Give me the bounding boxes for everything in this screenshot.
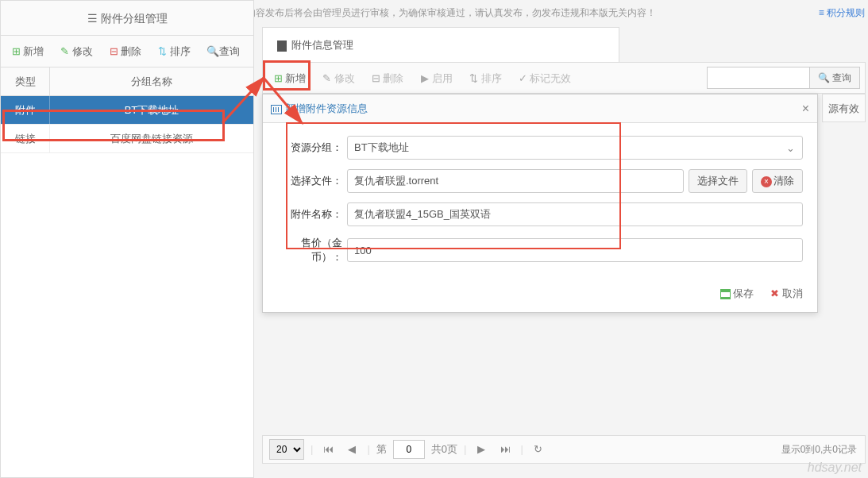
cell-name: 百度网盘链接资源 <box>50 125 253 152</box>
label-group: 资源分组： <box>277 141 347 155</box>
left-edit-button[interactable]: ✎修改 <box>55 36 98 67</box>
save-icon <box>720 289 731 299</box>
group-select[interactable]: ⌄ <box>347 136 803 160</box>
col-type: 类型 <box>1 67 50 95</box>
choose-file-button[interactable]: 选择文件 <box>689 169 747 193</box>
file-input[interactable] <box>347 169 684 193</box>
list-icon: ☰ <box>87 12 98 25</box>
name-input[interactable] <box>347 202 803 226</box>
right-panel-title: 附件信息管理 <box>291 39 353 51</box>
sort-icon: ⇅ <box>157 36 168 67</box>
price-input[interactable] <box>347 238 803 262</box>
col-name: 分组名称 <box>50 67 253 95</box>
left-add-button[interactable]: ⊞新增 <box>6 36 48 67</box>
minus-icon: ⊟ <box>370 63 381 94</box>
label-price: 售价（金币）： <box>277 236 347 264</box>
modal-body: 资源分组： ⌄ 选择文件： 选择文件 ×清除 附件名称： 售价（金币）： <box>263 123 817 280</box>
right-add-button[interactable]: ⊞新增 <box>268 63 311 94</box>
table-row[interactable]: 附件 BT下载地址 <box>1 96 253 125</box>
points-rules-link[interactable]: ≡ 积分规则 <box>819 6 865 20</box>
cancel-button[interactable]: ✖ 取消 <box>770 287 803 301</box>
right-delete-button[interactable]: ⊟删除 <box>365 63 408 94</box>
search-box: 🔍 查询 <box>707 67 860 89</box>
left-delete-button[interactable]: ⊟删除 <box>103 36 146 67</box>
record-count: 显示0到0,共0记录 <box>781 435 857 464</box>
first-page-button[interactable]: ⏮ <box>319 441 337 458</box>
document-icon <box>277 40 287 52</box>
left-panel-header: ☰附件分组管理 <box>1 1 253 36</box>
last-page-button[interactable]: ⏭ <box>496 441 514 458</box>
save-button[interactable]: 保存 <box>720 287 754 301</box>
cell-name: BT下载地址 <box>50 96 253 124</box>
right-sort-button[interactable]: ⇅排序 <box>464 63 507 94</box>
right-edit-button[interactable]: ✎修改 <box>317 63 360 94</box>
modal-title: 新增附件资源信息 <box>285 102 368 114</box>
clear-button[interactable]: ×清除 <box>752 169 803 193</box>
group-select-value[interactable] <box>347 136 803 160</box>
search-input[interactable] <box>707 67 810 89</box>
form-row-name: 附件名称： <box>277 202 803 226</box>
check-icon: ✓ <box>517 63 528 94</box>
refresh-button[interactable]: ↻ <box>530 441 547 458</box>
left-query-button[interactable]: 🔍查询 <box>202 36 245 67</box>
film-icon <box>271 105 282 114</box>
page-total: 共0页 <box>431 435 457 464</box>
form-row-group: 资源分组： ⌄ <box>277 136 803 160</box>
label-name: 附件名称： <box>277 207 347 222</box>
plus-icon: ⊞ <box>10 36 21 67</box>
page-size-select[interactable]: 20 <box>269 439 304 460</box>
modal-footer: 保存 ✖ 取消 <box>263 280 817 312</box>
cell-type: 附件 <box>1 96 50 124</box>
right-toolbar: ⊞新增 ✎修改 ⊟删除 ▶启用 ⇅排序 ✓标记无效 🔍 查询 <box>262 62 866 94</box>
right-enable-button[interactable]: ▶启用 <box>415 63 457 94</box>
x-icon: ✖ <box>770 287 779 299</box>
right-invalid-button[interactable]: ✓标记无效 <box>512 63 576 94</box>
left-sort-button[interactable]: ⇅排序 <box>152 36 195 67</box>
notice-text: 主题内容发布后将会由管理员进行审核，为确保审核通过，请认真发布，勿发布违规和本版… <box>227 7 656 18</box>
left-panel: ☰附件分组管理 ⊞新增 ✎修改 ⊟删除 ⇅排序 🔍查询 类型 分组名称 附件 B… <box>0 0 254 478</box>
add-attachment-modal: 新增附件资源信息 × 资源分组： ⌄ 选择文件： 选择文件 ×清除 附件名称： … <box>262 94 818 313</box>
cell-type: 链接 <box>1 125 50 152</box>
left-toolbar: ⊞新增 ✎修改 ⊟删除 ⇅排序 🔍查询 <box>1 36 253 67</box>
edit-icon: ✎ <box>60 36 71 67</box>
form-row-file: 选择文件： 选择文件 ×清除 <box>277 169 803 193</box>
next-page-button[interactable]: ▶ <box>473 441 490 458</box>
play-icon: ▶ <box>419 63 430 94</box>
table-row[interactable]: 链接 百度网盘链接资源 <box>1 125 253 153</box>
plus-icon: ⊞ <box>272 63 284 94</box>
pagination-bar: 20 | ⏮ ◀ | 第 共0页 | ▶ ⏭ | ↻ 显示0到0,共0记录 <box>262 435 866 464</box>
form-row-price: 售价（金币）： <box>277 236 803 264</box>
edit-icon: ✎ <box>322 63 333 94</box>
page-label: 第 <box>376 435 387 464</box>
modal-header: 新增附件资源信息 × <box>263 94 817 123</box>
right-panel-tab[interactable]: 附件信息管理 <box>262 27 619 62</box>
left-panel-title: 附件分组管理 <box>101 12 168 25</box>
search-icon: 🔍 <box>818 72 830 83</box>
minus-icon: ⊟ <box>108 36 119 67</box>
search-button[interactable]: 🔍 查询 <box>810 67 860 89</box>
x-circle-icon: × <box>761 176 772 187</box>
close-icon[interactable]: × <box>802 94 809 123</box>
sort-icon: ⇅ <box>469 63 480 94</box>
prev-page-button[interactable]: ◀ <box>343 441 361 458</box>
page-input[interactable] <box>393 440 425 459</box>
col-valid: 源有效 <box>822 94 866 122</box>
search-icon: 🔍 <box>206 36 218 67</box>
watermark: hdsay.net <box>808 461 862 475</box>
label-file: 选择文件： <box>277 174 347 188</box>
left-table-head: 类型 分组名称 <box>1 67 253 96</box>
